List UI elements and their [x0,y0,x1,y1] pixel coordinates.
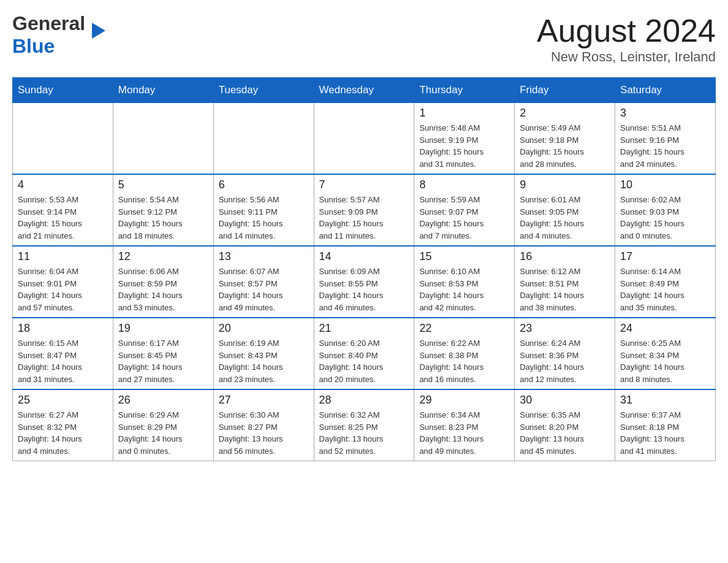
day-number: 29 [419,394,509,407]
day-info: Sunrise: 5:49 AM Sunset: 9:18 PM Dayligh… [520,122,610,170]
calendar-cell: 30Sunrise: 6:35 AM Sunset: 8:20 PM Dayli… [515,389,615,461]
calendar-cell: 14Sunrise: 6:09 AM Sunset: 8:55 PM Dayli… [314,246,414,318]
day-info: Sunrise: 6:30 AM Sunset: 8:27 PM Dayligh… [219,409,309,457]
day-number: 19 [118,322,208,335]
calendar-cell: 3Sunrise: 5:51 AM Sunset: 9:16 PM Daylig… [615,103,716,175]
day-info: Sunrise: 6:27 AM Sunset: 8:32 PM Dayligh… [18,409,108,457]
day-number: 5 [118,178,208,191]
calendar-cell: 25Sunrise: 6:27 AM Sunset: 8:32 PM Dayli… [13,389,113,461]
calendar-week-row: 4Sunrise: 5:53 AM Sunset: 9:14 PM Daylig… [13,174,716,246]
day-info: Sunrise: 6:04 AM Sunset: 9:01 PM Dayligh… [18,266,108,313]
calendar-cell: 13Sunrise: 6:07 AM Sunset: 8:57 PM Dayli… [213,246,314,318]
col-thursday: Thursday [414,78,515,103]
calendar-cell: 29Sunrise: 6:34 AM Sunset: 8:23 PM Dayli… [414,389,515,461]
title-block: August 2024 New Ross, Leinster, Ireland [537,12,716,65]
day-info: Sunrise: 6:19 AM Sunset: 8:43 PM Dayligh… [219,337,309,385]
day-number: 24 [620,322,710,335]
calendar-cell: 24Sunrise: 6:25 AM Sunset: 8:34 PM Dayli… [615,318,716,389]
calendar-cell: 1Sunrise: 5:48 AM Sunset: 9:19 PM Daylig… [414,103,515,175]
col-sunday: Sunday [13,78,113,103]
calendar-cell: 31Sunrise: 6:37 AM Sunset: 8:18 PM Dayli… [615,389,716,461]
day-info: Sunrise: 6:07 AM Sunset: 8:57 PM Dayligh… [219,266,309,313]
day-number: 2 [520,107,610,120]
calendar-cell: 2Sunrise: 5:49 AM Sunset: 9:18 PM Daylig… [515,103,615,175]
day-number: 28 [319,394,409,407]
day-number: 1 [419,107,509,120]
day-number: 18 [18,322,108,335]
day-number: 13 [219,250,309,263]
calendar-cell: 9Sunrise: 6:01 AM Sunset: 9:05 PM Daylig… [515,174,615,246]
day-number: 10 [620,178,710,191]
day-number: 25 [18,394,108,407]
day-info: Sunrise: 6:25 AM Sunset: 8:34 PM Dayligh… [620,337,710,385]
calendar-week-row: 25Sunrise: 6:27 AM Sunset: 8:32 PM Dayli… [13,389,716,461]
calendar-cell: 4Sunrise: 5:53 AM Sunset: 9:14 PM Daylig… [13,174,113,246]
day-number: 31 [620,394,710,407]
day-info: Sunrise: 5:54 AM Sunset: 9:12 PM Dayligh… [118,194,208,242]
day-info: Sunrise: 5:48 AM Sunset: 9:19 PM Dayligh… [419,122,509,170]
calendar-cell: 11Sunrise: 6:04 AM Sunset: 9:01 PM Dayli… [13,246,113,318]
day-number: 8 [419,178,509,191]
day-number: 17 [620,250,710,263]
calendar-cell: 7Sunrise: 5:57 AM Sunset: 9:09 PM Daylig… [314,174,414,246]
day-number: 14 [319,250,409,263]
day-info: Sunrise: 6:14 AM Sunset: 8:49 PM Dayligh… [620,266,710,313]
col-tuesday: Tuesday [213,78,314,103]
day-info: Sunrise: 5:51 AM Sunset: 9:16 PM Dayligh… [620,122,710,170]
day-number: 20 [219,322,309,335]
logo: General Blue [12,12,93,58]
day-number: 12 [118,250,208,263]
calendar-cell [113,103,213,175]
col-monday: Monday [113,78,213,103]
day-number: 23 [520,322,610,335]
col-saturday: Saturday [615,78,716,103]
day-number: 3 [620,107,710,120]
day-info: Sunrise: 6:35 AM Sunset: 8:20 PM Dayligh… [520,409,610,457]
day-info: Sunrise: 5:53 AM Sunset: 9:14 PM Dayligh… [18,194,108,242]
day-number: 22 [419,322,509,335]
calendar-week-row: 1Sunrise: 5:48 AM Sunset: 9:19 PM Daylig… [13,103,716,175]
month-title: August 2024 [537,12,716,49]
calendar-cell: 20Sunrise: 6:19 AM Sunset: 8:43 PM Dayli… [213,318,314,389]
calendar-cell: 18Sunrise: 6:15 AM Sunset: 8:47 PM Dayli… [13,318,113,389]
day-info: Sunrise: 6:20 AM Sunset: 8:40 PM Dayligh… [319,337,409,385]
day-number: 21 [319,322,409,335]
calendar-cell: 27Sunrise: 6:30 AM Sunset: 8:27 PM Dayli… [213,389,314,461]
day-info: Sunrise: 5:56 AM Sunset: 9:11 PM Dayligh… [219,194,309,242]
calendar-week-row: 18Sunrise: 6:15 AM Sunset: 8:47 PM Dayli… [13,318,716,389]
day-info: Sunrise: 6:29 AM Sunset: 8:29 PM Dayligh… [118,409,208,457]
logo-general-text: General [12,12,85,35]
day-info: Sunrise: 6:09 AM Sunset: 8:55 PM Dayligh… [319,266,409,313]
calendar-table: Sunday Monday Tuesday Wednesday Thursday… [12,77,716,461]
calendar-cell: 8Sunrise: 5:59 AM Sunset: 9:07 PM Daylig… [414,174,515,246]
day-number: 4 [18,178,108,191]
day-number: 30 [520,394,610,407]
day-number: 6 [219,178,309,191]
calendar-cell: 6Sunrise: 5:56 AM Sunset: 9:11 PM Daylig… [213,174,314,246]
col-wednesday: Wednesday [314,78,414,103]
day-info: Sunrise: 5:59 AM Sunset: 9:07 PM Dayligh… [419,194,509,242]
calendar-header-row: Sunday Monday Tuesday Wednesday Thursday… [13,78,716,103]
calendar-cell: 21Sunrise: 6:20 AM Sunset: 8:40 PM Dayli… [314,318,414,389]
calendar-cell: 22Sunrise: 6:22 AM Sunset: 8:38 PM Dayli… [414,318,515,389]
page-header: General Blue August 2024 New Ross, Leins… [12,12,716,65]
day-info: Sunrise: 6:01 AM Sunset: 9:05 PM Dayligh… [520,194,610,242]
day-number: 11 [18,250,108,263]
calendar-cell: 5Sunrise: 5:54 AM Sunset: 9:12 PM Daylig… [113,174,213,246]
calendar-cell: 26Sunrise: 6:29 AM Sunset: 8:29 PM Dayli… [113,389,213,461]
calendar-cell: 17Sunrise: 6:14 AM Sunset: 8:49 PM Dayli… [615,246,716,318]
calendar-cell: 16Sunrise: 6:12 AM Sunset: 8:51 PM Dayli… [515,246,615,318]
calendar-cell: 19Sunrise: 6:17 AM Sunset: 8:45 PM Dayli… [113,318,213,389]
day-info: Sunrise: 6:22 AM Sunset: 8:38 PM Dayligh… [419,337,509,385]
day-number: 27 [219,394,309,407]
location-subtitle: New Ross, Leinster, Ireland [537,49,716,65]
day-info: Sunrise: 6:12 AM Sunset: 8:51 PM Dayligh… [520,266,610,313]
calendar-week-row: 11Sunrise: 6:04 AM Sunset: 9:01 PM Dayli… [13,246,716,318]
calendar-cell: 10Sunrise: 6:02 AM Sunset: 9:03 PM Dayli… [615,174,716,246]
day-info: Sunrise: 6:02 AM Sunset: 9:03 PM Dayligh… [620,194,710,242]
day-info: Sunrise: 6:06 AM Sunset: 8:59 PM Dayligh… [118,266,208,313]
day-info: Sunrise: 6:15 AM Sunset: 8:47 PM Dayligh… [18,337,108,385]
calendar-cell: 12Sunrise: 6:06 AM Sunset: 8:59 PM Dayli… [113,246,213,318]
col-friday: Friday [515,78,615,103]
day-info: Sunrise: 6:34 AM Sunset: 8:23 PM Dayligh… [419,409,509,457]
